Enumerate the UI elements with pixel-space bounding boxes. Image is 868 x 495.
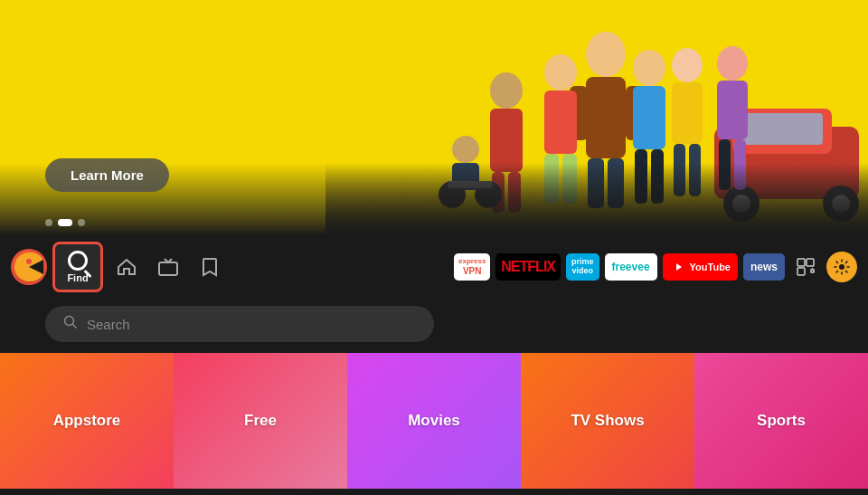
netflix-label: NETFLIX [501,259,555,275]
movies-category[interactable]: Movies [347,353,521,489]
dot-1[interactable] [45,219,52,226]
svg-point-17 [490,72,523,109]
prime-label: primevideo [571,258,594,276]
find-button[interactable]: Find [52,242,103,292]
youtube-channel[interactable]: YouTube [663,253,738,281]
channel-list: express VPN NETFLIX primevideo freevee Y… [228,252,857,282]
search-section: Search [0,299,868,349]
freevee-label: freevee [612,261,650,273]
nav-left-icons: Find [11,242,228,292]
svg-point-21 [633,50,665,86]
avatar-image [13,251,45,283]
freevee-channel[interactable]: freevee [605,253,657,281]
sports-category[interactable]: Sports [694,353,868,489]
free-label: Free [244,412,277,430]
hero-banner: Learn More [0,0,868,235]
expressvpn-channel[interactable]: express VPN [454,253,490,281]
free-category[interactable]: Free [174,353,347,489]
apps-grid-icon[interactable] [790,252,821,282]
avatar[interactable] [11,249,47,285]
settings-button[interactable] [826,252,857,282]
nav-bar: Find express VPN [0,235,868,299]
expressvpn-logo: express VPN [458,258,486,276]
svg-rect-14 [544,90,577,154]
svg-point-51 [839,264,844,270]
svg-rect-45 [797,259,805,266]
search-bar-icon [63,315,78,333]
tvshows-label: TV Shows [571,412,644,430]
svg-rect-48 [811,270,814,272]
category-grid: Appstore Free Movies TV Shows Sports [0,353,868,489]
prime-channel[interactable]: primevideo [566,253,599,281]
movies-label: Movies [408,412,460,430]
news-label: news [750,261,778,273]
svg-rect-8 [586,77,626,158]
slide-indicators [45,219,85,226]
svg-point-7 [586,32,626,77]
appstore-label: Appstore [53,412,121,430]
tv-icon[interactable] [150,249,186,285]
dot-2[interactable] [58,219,72,226]
svg-point-40 [26,259,32,264]
appstore-category[interactable]: Appstore [0,353,174,489]
svg-rect-6 [737,113,823,145]
svg-rect-41 [159,262,177,275]
svg-point-29 [717,46,748,81]
home-icon[interactable] [108,249,145,285]
learn-more-button[interactable]: Learn More [45,158,169,192]
search-icon [68,251,88,271]
svg-rect-30 [717,81,748,139]
svg-point-13 [544,54,577,90]
find-label: Find [67,272,88,283]
svg-point-33 [452,136,479,163]
svg-line-53 [73,325,77,328]
sports-label: Sports [757,412,806,430]
svg-rect-47 [797,268,805,275]
svg-point-25 [672,48,703,82]
netflix-channel[interactable]: NETFLIX [495,253,561,281]
svg-rect-22 [633,86,665,149]
news-channel[interactable]: news [743,253,785,281]
search-placeholder: Search [87,317,130,332]
dot-3[interactable] [78,219,85,226]
tvshows-category[interactable]: TV Shows [521,353,694,489]
svg-rect-46 [807,259,814,266]
search-bar[interactable]: Search [45,306,434,342]
bookmark-icon[interactable] [192,249,228,285]
svg-rect-26 [672,82,703,144]
youtube-label: YouTube [690,262,731,272]
